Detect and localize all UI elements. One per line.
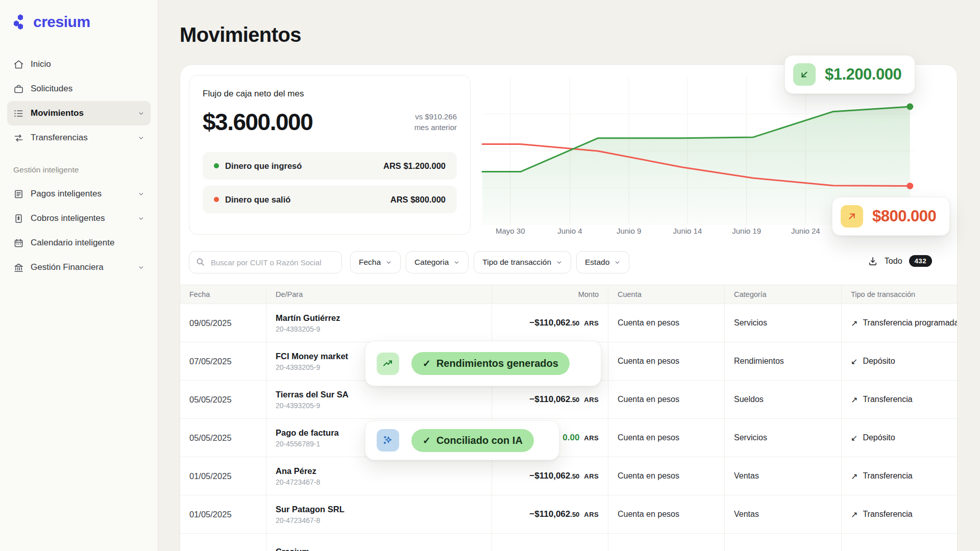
row-date: 05/05/2025 bbox=[180, 419, 266, 457]
search-input[interactable] bbox=[189, 251, 342, 273]
sidebar-item-label: Inicio bbox=[31, 59, 51, 69]
row-type: ↗Transferencia bbox=[841, 495, 958, 533]
sidebar-item-inicio[interactable]: Inicio bbox=[7, 52, 151, 77]
x-axis-label: Junio 24 bbox=[791, 227, 820, 235]
brand-logo[interactable]: cresium bbox=[7, 13, 151, 31]
search-icon bbox=[195, 257, 205, 267]
cashflow-card-title: Flujo de caja neto del mes bbox=[203, 89, 457, 99]
filter-tipo-transaccion-button[interactable]: Tipo de transacción bbox=[474, 251, 571, 273]
page-title: Movimientos bbox=[180, 23, 301, 46]
document-lines-icon bbox=[13, 189, 24, 199]
sidebar-item-solicitudes[interactable]: Solicitudes bbox=[7, 77, 151, 101]
row-counterparty: Tierras del Sur SA 20-4393205-9 bbox=[266, 381, 492, 418]
conciliado-label: Conciliado con IA bbox=[436, 435, 523, 446]
sidebar-item-cobros-inteligentes[interactable]: Cobros inteligentes bbox=[7, 206, 151, 231]
trending-up-icon bbox=[377, 353, 399, 375]
brand-name: cresium bbox=[33, 13, 90, 31]
row-category: Servicios bbox=[724, 304, 841, 342]
chevron-down-icon bbox=[614, 259, 621, 266]
sidebar-nav: Inicio Solicitudes Movimientos Transfere… bbox=[7, 52, 151, 280]
receipt-dollar-icon bbox=[13, 213, 24, 224]
outflow-total-badge: $800.000 bbox=[832, 197, 950, 236]
sidebar: cresium Inicio Solicitudes Movimientos bbox=[0, 0, 158, 551]
table-row[interactable]: 09/05/2025 Martín Gutiérrez 20-4393205-9… bbox=[180, 304, 958, 342]
row-date: 07/05/2025 bbox=[180, 342, 266, 380]
check-icon: ✓ bbox=[423, 435, 431, 446]
table-row[interactable]: 05/05/2025 Pago de factura 20-4556789-1 … bbox=[180, 419, 958, 457]
sidebar-item-movimientos[interactable]: Movimientos bbox=[7, 101, 151, 126]
chevron-down-icon bbox=[138, 215, 144, 222]
inflow-row: Dinero que ingresó ARS $1.200.000 bbox=[203, 152, 457, 180]
sidebar-item-calendario-inteligente[interactable]: Calendario inteligente bbox=[7, 231, 151, 255]
home-icon bbox=[13, 59, 24, 70]
transactions-table: Fecha De/Para Monto Cuenta Categoría Tip… bbox=[180, 285, 958, 551]
outflow-row: Dinero que salió ARS $800.000 bbox=[203, 186, 457, 213]
x-axis-label: Junio 14 bbox=[673, 227, 702, 235]
table-row[interactable]: 01/05/2025 Sur Patagon SRL 20-4723467-8 … bbox=[180, 495, 958, 534]
movements-panel: Flujo de caja neto del mes $3.600.000 vs… bbox=[180, 64, 958, 551]
x-axis-label: Junio 4 bbox=[557, 227, 582, 235]
outflow-amount: ARS $800.000 bbox=[390, 195, 446, 205]
chevron-down-icon bbox=[138, 264, 144, 271]
row-counterparty: Ana Pérez 20-4723467-8 bbox=[266, 457, 492, 495]
export-label: Todo bbox=[885, 257, 902, 266]
sparkles-icon bbox=[377, 429, 399, 452]
sidebar-item-label: Pagos inteligentes bbox=[31, 189, 102, 199]
column-header-tipo: Tipo de transacción bbox=[841, 285, 958, 304]
export-all-button[interactable]: Todo 432 bbox=[868, 255, 932, 267]
row-amount: −$110,062.50ARS bbox=[492, 304, 608, 342]
sidebar-item-pagos-inteligentes[interactable]: Pagos inteligentes bbox=[7, 182, 151, 206]
row-account: Cuenta en pesos bbox=[608, 457, 724, 495]
sidebar-item-gestion-financiera[interactable]: Gestión Financiera bbox=[7, 255, 151, 280]
row-account: Cuenta en pesos bbox=[608, 495, 724, 533]
row-type: ↗Transferencia programada bbox=[841, 304, 958, 342]
sidebar-item-label: Cobros inteligentes bbox=[31, 213, 105, 223]
sidebar-item-label: Movimientos bbox=[31, 108, 84, 118]
status-badge: ✓ Rendimientos generados bbox=[411, 352, 570, 375]
row-date: 01/05/2025 bbox=[180, 457, 266, 495]
transaction-direction-icon: ↗ bbox=[851, 510, 857, 519]
chevron-down-icon bbox=[556, 259, 562, 266]
outflow-dot-icon bbox=[214, 197, 219, 202]
list-icon bbox=[13, 108, 24, 119]
transaction-direction-icon: ↙ bbox=[851, 357, 857, 366]
filter-fecha-button[interactable]: Fecha bbox=[350, 251, 401, 273]
filter-estado-button[interactable]: Estado bbox=[576, 251, 629, 273]
row-date bbox=[180, 534, 266, 551]
results-count-badge: 432 bbox=[909, 255, 932, 267]
sidebar-item-transferencias[interactable]: Transferencias bbox=[7, 126, 151, 150]
row-category: Sueldos bbox=[724, 381, 841, 418]
sidebar-item-label: Solicitudes bbox=[31, 84, 72, 94]
briefcase-icon bbox=[13, 84, 24, 94]
inflow-amount: ARS $1.200.000 bbox=[383, 161, 446, 171]
table-row[interactable]: 01/05/2025 Ana Pérez 20-4723467-8 −$110,… bbox=[180, 457, 958, 495]
column-header-cuenta: Cuenta bbox=[608, 285, 724, 304]
cashflow-net-value: $3.600.000 bbox=[203, 108, 312, 136]
column-header-depara: De/Para bbox=[266, 285, 492, 304]
sidebar-item-label: Gestión Financiera bbox=[31, 262, 104, 272]
arrow-down-left-icon bbox=[793, 63, 816, 86]
row-amount: −$110,062.50ARS bbox=[492, 495, 608, 533]
row-account: Cuenta en pesos bbox=[608, 304, 724, 342]
cashflow-card: Flujo de caja neto del mes $3.600.000 vs… bbox=[189, 75, 471, 235]
row-amount bbox=[492, 534, 608, 551]
row-category: Servicios bbox=[724, 419, 841, 457]
transfer-arrows-icon bbox=[13, 133, 24, 143]
status-badge: ✓ Conciliado con IA bbox=[411, 429, 534, 452]
table-row[interactable]: Cresium bbox=[180, 534, 958, 551]
bank-icon bbox=[13, 262, 24, 273]
cresium-logo-icon bbox=[13, 14, 29, 30]
column-header-categoria: Categoría bbox=[724, 285, 841, 304]
row-counterparty: Sur Patagon SRL 20-4723467-8 bbox=[266, 495, 492, 533]
chevron-down-icon bbox=[138, 191, 144, 197]
inflow-total-badge: $1.200.000 bbox=[785, 55, 915, 94]
conciliado-con-ia-callout: ✓ Conciliado con IA bbox=[365, 420, 559, 460]
filter-bar: Fecha Categoria Tipo de transacción Esta… bbox=[189, 251, 949, 273]
table-row[interactable]: 05/05/2025 Tierras del Sur SA 20-4393205… bbox=[180, 381, 958, 419]
table-header: Fecha De/Para Monto Cuenta Categoría Tip… bbox=[180, 285, 958, 304]
transaction-direction-icon: ↙ bbox=[851, 433, 857, 443]
row-amount: −$110,062.50ARS bbox=[492, 381, 608, 418]
filter-categoria-button[interactable]: Categoria bbox=[406, 251, 469, 273]
row-date: 09/05/2025 bbox=[180, 304, 266, 342]
x-axis-label: Junio 19 bbox=[732, 227, 761, 235]
